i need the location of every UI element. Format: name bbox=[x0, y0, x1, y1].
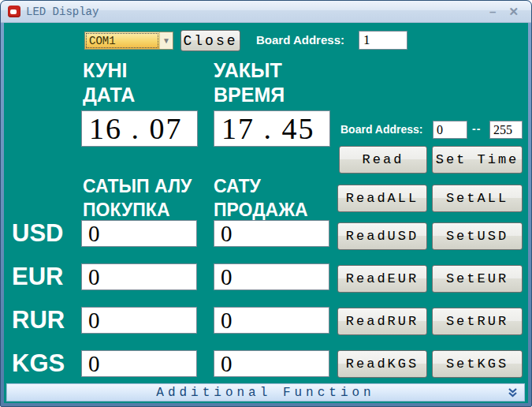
read-eur-button[interactable]: ReadEUR bbox=[337, 265, 427, 293]
board-address-input[interactable] bbox=[359, 31, 407, 50]
read-kgs-button[interactable]: ReadKGS bbox=[337, 350, 427, 378]
eur-buy-field[interactable] bbox=[81, 263, 197, 290]
currency-label-eur: EUR bbox=[12, 262, 80, 292]
additional-function-label: Additional Function bbox=[156, 386, 374, 400]
minimize-icon[interactable]: – bbox=[489, 6, 496, 17]
read-usd-button[interactable]: ReadUSD bbox=[337, 222, 427, 250]
com-port-select[interactable]: COM1 ▼ bbox=[84, 32, 173, 50]
board-address-range-label: Board Address: bbox=[340, 123, 423, 136]
sell-column-label: САТУ ПРОДАЖА bbox=[214, 174, 308, 222]
read-button[interactable]: Read bbox=[339, 146, 427, 174]
close-port-button[interactable]: Close bbox=[180, 30, 240, 51]
set-all-button[interactable]: SetALL bbox=[432, 185, 523, 212]
range-separator: -- bbox=[472, 122, 481, 135]
set-eur-button[interactable]: SetEUR bbox=[432, 265, 523, 293]
set-time-button[interactable]: Set Time bbox=[432, 146, 523, 174]
currency-label-usd: USD bbox=[12, 218, 80, 248]
chevron-down-icon[interactable]: ▼ bbox=[159, 32, 173, 49]
eur-sell-field[interactable] bbox=[214, 263, 329, 290]
time-value-field[interactable] bbox=[214, 110, 330, 147]
set-kgs-button[interactable]: SetKGS bbox=[432, 350, 523, 378]
com-port-value: COM1 bbox=[85, 32, 159, 49]
board-address-to-input[interactable] bbox=[489, 121, 523, 139]
usd-sell-field[interactable] bbox=[214, 220, 329, 247]
title-bar: LED Display – ✕ bbox=[1, 1, 531, 23]
usd-buy-field[interactable] bbox=[81, 220, 197, 247]
read-rur-button[interactable]: ReadRUR bbox=[337, 308, 427, 335]
currency-label-kgs: KGS bbox=[12, 349, 80, 379]
kgs-buy-field[interactable] bbox=[81, 350, 197, 377]
app-window: LED Display – ✕ COM1 ▼ Close Board Addre… bbox=[0, 0, 532, 407]
buy-column-label: САТЫП АЛУ ПОКУПКА bbox=[83, 174, 192, 222]
date-label: КУНІ ДАТА bbox=[83, 58, 135, 107]
rur-sell-field[interactable] bbox=[214, 307, 329, 334]
currency-label-rur: RUR bbox=[12, 305, 80, 335]
close-icon[interactable]: ✕ bbox=[508, 6, 519, 17]
board-address-label: Board Address: bbox=[256, 33, 344, 47]
app-icon bbox=[8, 6, 20, 17]
time-label: УАКЫТ ВРЕМЯ bbox=[214, 58, 285, 107]
set-usd-button[interactable]: SetUSD bbox=[432, 222, 523, 250]
additional-function-bar[interactable]: Additional Function bbox=[6, 383, 525, 401]
chevron-double-down-icon[interactable] bbox=[508, 387, 518, 401]
kgs-sell-field[interactable] bbox=[214, 350, 329, 377]
date-value-field[interactable] bbox=[81, 110, 198, 147]
read-all-button[interactable]: ReadALL bbox=[337, 185, 427, 212]
rur-buy-field[interactable] bbox=[81, 307, 197, 334]
main-panel: COM1 ▼ Close Board Address: КУНІ ДАТА УА… bbox=[4, 23, 528, 403]
board-address-from-input[interactable] bbox=[433, 121, 467, 139]
window-title: LED Display bbox=[26, 6, 99, 18]
set-rur-button[interactable]: SetRUR bbox=[432, 308, 523, 335]
